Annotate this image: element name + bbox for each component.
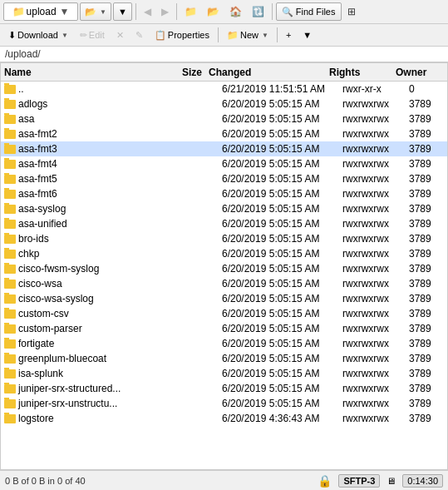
folder-icon [4, 280, 16, 289]
file-name-cell: bro-ids [1, 233, 177, 245]
file-name-cell: juniper-srx-unstructu... [1, 398, 177, 409]
file-rights-cell: rwxrwxrwx [339, 278, 406, 290]
file-changed-cell: 6/20/2019 5:05:15 AM [219, 293, 339, 304]
sep2 [176, 3, 177, 20]
folder-icon [4, 235, 16, 244]
table-row[interactable]: asa-fmt36/20/2019 5:05:15 AMrwxrwxrwx378… [1, 141, 447, 156]
edit-button[interactable]: ✏ Edit [75, 26, 110, 44]
refresh-button[interactable]: 🔃 [248, 2, 268, 21]
folder-nav-chevron-icon: ▼ [100, 8, 106, 16]
col-header-name[interactable]: Name [1, 66, 164, 79]
file-name: chkp [18, 248, 39, 260]
table-row[interactable]: cisco-fwsm-syslog6/20/2019 5:05:15 AMrwx… [1, 261, 447, 276]
table-row[interactable]: custom-csv6/20/2019 5:05:15 AMrwxrwxrwx3… [1, 306, 447, 321]
file-name-cell: juniper-srx-structured... [1, 383, 177, 394]
new-button[interactable]: 📁 New ▼ [222, 26, 273, 44]
file-changed-cell: 6/20/2019 5:05:15 AM [219, 353, 339, 364]
folder-icon [4, 384, 16, 393]
find-files-button[interactable]: 🔍 Find Files [276, 2, 342, 21]
folder-nav-btn1[interactable]: 📂 ▼ [80, 2, 111, 21]
folder-icon [4, 145, 16, 154]
file-name: custom-parser [18, 323, 82, 334]
properties-button[interactable]: 📋 Properties [150, 26, 214, 44]
file-changed-cell: 6/20/2019 5:05:15 AM [219, 248, 339, 260]
file-rights-cell: rwxrwxrwx [339, 368, 406, 379]
file-name: cisco-wsa [18, 278, 62, 290]
file-name-cell: asa-unified [1, 218, 177, 230]
col-header-owner[interactable]: Owner [392, 66, 434, 79]
table-row[interactable]: juniper-srx-structured...6/20/2019 5:05:… [1, 381, 447, 396]
table-row[interactable]: bro-ids6/20/2019 5:05:15 AMrwxrwxrwx3789 [1, 231, 447, 246]
column-headers: Name Size Changed Rights Owner [1, 63, 447, 82]
folder-icon [4, 160, 16, 169]
file-owner-cell: 3789 [406, 248, 447, 260]
table-row[interactable]: asa-fmt26/20/2019 5:05:15 AMrwxrwxrwx378… [1, 126, 447, 141]
queue-button[interactable]: + [281, 26, 296, 44]
download-button[interactable]: ⬇ Download ▼ [3, 26, 73, 44]
rename-button[interactable]: ✎ [130, 26, 148, 44]
file-name: .. [18, 83, 24, 95]
table-row[interactable]: adlogs6/20/2019 5:05:15 AMrwxrwxrwx3789 [1, 97, 447, 111]
file-rights-cell: rwxrwxrwx [339, 98, 406, 110]
find-files-label: Find Files [296, 7, 336, 17]
file-owner-cell: 3789 [406, 128, 447, 140]
file-browser: Name Size Changed Rights Owner ..6/21/20… [0, 62, 448, 470]
file-changed-cell: 6/20/2019 5:05:15 AM [219, 128, 339, 140]
file-changed-cell: 6/20/2019 5:05:15 AM [219, 338, 339, 349]
col-header-rights[interactable]: Rights [326, 66, 392, 79]
table-row[interactable]: ..6/21/2019 11:51:51 AMrwxr-xr-x0 [1, 82, 447, 97]
file-name: cisco-wsa-syslog [18, 293, 94, 304]
table-row[interactable]: asa-fmt56/20/2019 5:05:15 AMrwxrwxrwx378… [1, 171, 447, 186]
extra-btn[interactable]: ⊞ [343, 2, 360, 21]
upload-folder-icon: 📁 [12, 6, 25, 17]
table-row[interactable]: greenplum-bluecoat6/20/2019 5:05:15 AMrw… [1, 351, 447, 366]
table-row[interactable]: asa6/20/2019 5:05:15 AMrwxrwxrwx3789 [1, 111, 447, 126]
file-rights-cell: rwxrwxrwx [339, 248, 406, 260]
status-icon: 🖥 [386, 476, 396, 486]
back-button[interactable]: ◀ [140, 2, 155, 21]
table-row[interactable]: custom-parser6/20/2019 5:05:15 AMrwxrwxr… [1, 321, 447, 336]
folder-icon [4, 294, 16, 304]
forward-button[interactable]: ▶ [157, 2, 173, 21]
folder-shortcut1[interactable]: 📁 [180, 2, 201, 21]
file-changed-cell: 6/20/2019 5:05:15 AM [219, 233, 339, 245]
table-row[interactable]: chkp6/20/2019 5:05:15 AMrwxrwxrwx3789 [1, 246, 447, 261]
table-row[interactable]: logstore6/20/2019 4:36:43 AMrwxrwxrwx378… [1, 411, 447, 426]
folder-shortcut2[interactable]: 📂 [203, 2, 224, 21]
table-row[interactable]: asa-fmt46/20/2019 5:05:15 AMrwxrwxrwx378… [1, 156, 447, 171]
file-owner-cell: 3789 [406, 323, 447, 334]
file-changed-cell: 6/20/2019 5:05:15 AM [219, 383, 339, 394]
file-owner-cell: 3789 [406, 173, 447, 185]
table-row[interactable]: cisco-wsa6/20/2019 5:05:15 AMrwxrwxrwx37… [1, 276, 447, 291]
filter-btn[interactable]: ▼ [113, 2, 132, 21]
location-dropdown[interactable]: 📁 upload ▼ [3, 2, 78, 21]
table-row[interactable]: fortigate6/20/2019 5:05:15 AMrwxrwxrwx37… [1, 336, 447, 351]
table-row[interactable]: asa-fmt66/20/2019 5:05:15 AMrwxrwxrwx378… [1, 186, 447, 201]
home-button[interactable]: 🏠 [225, 2, 246, 21]
file-name: asa-fmt5 [18, 173, 57, 185]
download-chevron-icon: ▼ [62, 32, 68, 39]
col-header-changed[interactable]: Changed [205, 66, 326, 79]
file-owner-cell: 3789 [406, 338, 447, 349]
file-name-cell: isa-splunk [1, 368, 177, 379]
table-row[interactable]: asa-syslog6/20/2019 5:05:15 AMrwxrwxrwx3… [1, 201, 447, 216]
table-row[interactable]: cisco-wsa-syslog6/20/2019 5:05:15 AMrwxr… [1, 291, 447, 306]
file-name: asa-fmt6 [18, 188, 57, 200]
file-changed-cell: 6/20/2019 5:05:15 AM [219, 203, 339, 215]
table-row[interactable]: juniper-srx-unstructu...6/20/2019 5:05:1… [1, 396, 447, 411]
file-name-cell: asa-fmt3 [1, 143, 177, 155]
file-name: custom-csv [18, 308, 69, 319]
view-filter-button[interactable]: ▼ [298, 26, 317, 44]
toolbar-row1: 📁 upload ▼ 📂 ▼ ▼ ◀ ▶ 📁 📂 🏠 🔃 🔍 Find File… [0, 0, 448, 24]
delete-button[interactable]: ✕ [111, 26, 129, 44]
file-name-cell: cisco-wsa [1, 278, 177, 290]
table-row[interactable]: isa-splunk6/20/2019 5:05:15 AMrwxrwxrwx3… [1, 366, 447, 381]
file-name: asa [18, 113, 34, 125]
file-changed-cell: 6/20/2019 5:05:15 AM [219, 218, 339, 230]
file-name-cell: asa-fmt5 [1, 173, 177, 185]
col-header-size[interactable]: Size [164, 66, 205, 79]
file-list[interactable]: ..6/21/2019 11:51:51 AMrwxr-xr-x0adlogs6… [1, 82, 447, 469]
file-name: juniper-srx-unstructu... [18, 398, 117, 409]
file-rights-cell: rwxrwxrwx [339, 353, 406, 364]
table-row[interactable]: asa-unified6/20/2019 5:05:15 AMrwxrwxrwx… [1, 216, 447, 231]
